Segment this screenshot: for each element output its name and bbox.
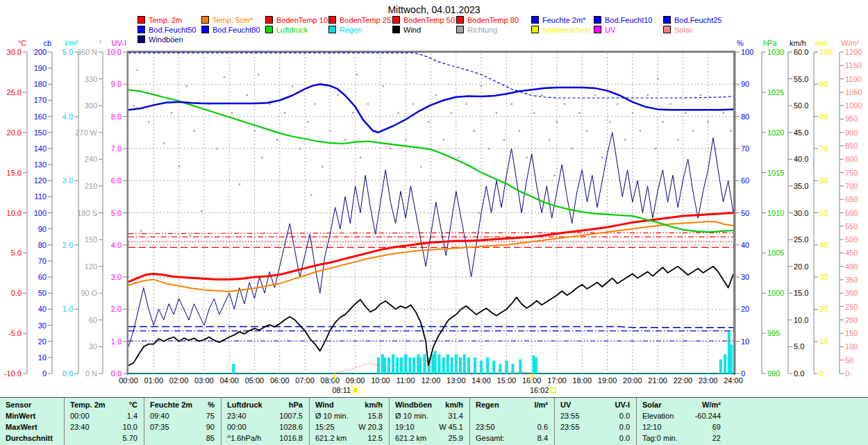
svg-text:50: 50 (819, 209, 828, 217)
svg-text:0.0: 0.0 (11, 289, 22, 297)
table-cell: 23:4010.0 (65, 421, 144, 433)
svg-text:04:00: 04:00 (219, 376, 239, 385)
table-cell: 19:10W 45.1 (390, 421, 469, 433)
weather-chart-canvas: °C30.025.020.015.010.05.00.0-5.0-10.0cb2… (0, 0, 868, 397)
svg-text:120: 120 (85, 262, 97, 271)
svg-text:5.0: 5.0 (794, 342, 804, 351)
svg-text:90: 90 (819, 80, 828, 88)
svg-text:2.0: 2.0 (111, 305, 122, 313)
svg-text:19:00: 19:00 (598, 376, 617, 385)
table-cell: 23:401007.5 (222, 410, 309, 421)
svg-text:15.0: 15.0 (7, 169, 22, 177)
x-axis-labels: 00:0001:0002:0003:0004:0005:0006:0007:00… (119, 376, 743, 385)
svg-text:150: 150 (845, 329, 858, 337)
table-cell: Windkm/h (310, 399, 389, 410)
svg-text:40.0: 40.0 (794, 155, 808, 163)
svg-text:70: 70 (819, 144, 828, 153)
svg-text:250: 250 (845, 303, 858, 311)
svg-text:W/m²: W/m² (841, 39, 860, 47)
table-cell: UVUV-I (555, 399, 636, 410)
svg-text:50: 50 (38, 289, 47, 297)
table-column-regen: Regenl/m²23:500.6Gesamt:8.4 (469, 398, 554, 445)
svg-text:1005: 1005 (767, 249, 784, 257)
svg-text:13:00: 13:00 (446, 376, 466, 385)
svg-text:180 S: 180 S (77, 209, 97, 217)
svg-text:100: 100 (741, 48, 753, 56)
svg-text:°C: °C (18, 39, 26, 47)
table-cell: Gesamt:8.4 (470, 433, 554, 444)
svg-text:170: 170 (34, 96, 47, 104)
axis-pct: %1009080706050403020100 (735, 39, 753, 378)
weather-station-chart-app: Mittwoch, 04.01.2023 Temp. 2mTemp. 5cm*B… (0, 0, 868, 445)
svg-text:850: 850 (845, 142, 858, 150)
svg-text:360 N: 360 N (77, 48, 97, 56)
axis-uvi: UV-I10.09.08.07.06.05.04.03.02.01.00.0 (107, 39, 127, 378)
svg-text:2.0: 2.0 (62, 241, 73, 249)
svg-text:16:02: 16:02 (530, 386, 549, 394)
svg-text:500: 500 (845, 235, 858, 244)
svg-text:130: 130 (34, 160, 47, 169)
svg-text:80: 80 (741, 112, 749, 121)
svg-text:20: 20 (741, 305, 749, 313)
table-cell: 23:500.6 (470, 421, 554, 433)
svg-text:10.0: 10.0 (7, 209, 22, 217)
svg-text:150: 150 (34, 128, 47, 137)
svg-text:25.0: 25.0 (794, 235, 808, 244)
series-bodfeucht25 (128, 326, 733, 327)
svg-text:20:00: 20:00 (623, 376, 642, 385)
table-cell: 00:001.4 (65, 410, 144, 421)
svg-text:09:00: 09:00 (346, 376, 365, 385)
table-column-uv: UVUV-I23:550.023:550.00.0 (554, 398, 636, 445)
svg-text:1020: 1020 (767, 128, 784, 137)
svg-text:4.0: 4.0 (62, 112, 73, 121)
series-richtung (133, 69, 732, 236)
table-column-solar: SolarW/m²Elevation-60.24412:1069Tag:0 mi… (636, 398, 868, 445)
table-cell: Ø 10 min.15.8 (310, 410, 389, 421)
svg-text:12:00: 12:00 (422, 376, 441, 385)
svg-text:14:00: 14:00 (471, 376, 491, 385)
table-row-label: MaxWert (0, 421, 64, 433)
series-feuchte2m (128, 84, 733, 133)
svg-text:06:00: 06:00 (270, 376, 290, 385)
svg-text:min: min (815, 39, 828, 47)
svg-text:10: 10 (38, 353, 47, 362)
svg-text:270 W: 270 W (75, 128, 97, 137)
axis-wm2: W/m²120011501100105010009509008508007507… (840, 39, 862, 378)
svg-text:07:00: 07:00 (295, 376, 315, 385)
svg-text:1015: 1015 (767, 169, 784, 177)
svg-text:30: 30 (741, 273, 749, 281)
svg-text:1000: 1000 (845, 101, 862, 110)
svg-text:800: 800 (845, 155, 858, 163)
svg-text:330: 330 (85, 75, 97, 83)
svg-text:30.0: 30.0 (794, 209, 808, 217)
svg-text:30: 30 (89, 342, 97, 351)
svg-text:15:00: 15:00 (497, 376, 517, 385)
svg-text:15.0: 15.0 (794, 289, 808, 297)
svg-text:70: 70 (38, 257, 47, 265)
svg-text:1200: 1200 (845, 48, 862, 56)
table-row-label: Sensor (0, 399, 64, 410)
svg-text:03:00: 03:00 (194, 376, 214, 385)
table-cell: Tag:0 min.22 (637, 433, 727, 444)
svg-text:16:00: 16:00 (522, 376, 542, 385)
table-cell: Windböenkm/h (390, 399, 469, 410)
svg-text:UV-I: UV-I (112, 39, 126, 47)
svg-text:45.0: 45.0 (794, 128, 808, 137)
svg-text:200: 200 (34, 48, 47, 56)
svg-text:450: 450 (845, 249, 858, 257)
svg-text:900: 900 (845, 128, 858, 137)
table-cell: SolarW/m² (637, 399, 727, 410)
svg-text:80: 80 (819, 112, 828, 121)
svg-text:30: 30 (38, 321, 47, 330)
svg-text:40: 40 (741, 241, 749, 249)
summary-table: SensorMinWertMaxWertDurchschnittTemp. 2m… (0, 397, 868, 445)
svg-text:22:00: 22:00 (674, 376, 693, 385)
svg-text:08:00: 08:00 (321, 376, 340, 385)
table-cell: Temp. 2m°C (65, 399, 144, 410)
svg-text:0 N: 0 N (85, 369, 97, 378)
svg-text:23:00: 23:00 (699, 376, 718, 385)
table-column-temp-2m: Temp. 2m°C00:001.423:4010.05.70 (64, 398, 144, 445)
svg-text:-10.0: -10.0 (4, 369, 22, 378)
table-column-luftdruck: LuftdruckhPa23:401007.500:001028.6^1.6hP… (221, 398, 309, 445)
svg-text:40: 40 (38, 305, 47, 313)
